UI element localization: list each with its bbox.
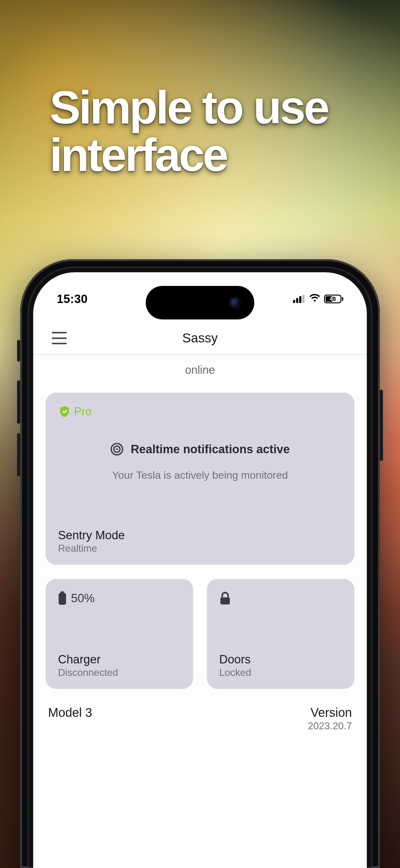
vehicle-info-row: Model 3 Version 2023.20.7 [45, 706, 355, 732]
lock-icon [219, 591, 231, 606]
charger-card-subtitle: Disconnected [58, 667, 118, 678]
phone-side-button [17, 380, 20, 424]
shield-check-icon [58, 405, 71, 418]
sentry-card-title: Sentry Mode [58, 529, 125, 542]
marketing-headline: Simple to use interface [49, 84, 328, 179]
battery-icon [58, 591, 67, 605]
vehicle-status-text: online [45, 364, 355, 377]
doors-card-title: Doors [219, 653, 251, 666]
phone-side-button [17, 433, 20, 476]
pro-label: Pro [74, 405, 92, 418]
sentry-subline: Your Tesla is actively being monitored [45, 469, 355, 481]
phone-side-button [17, 340, 20, 362]
vehicle-model: Model 3 [48, 706, 92, 732]
app-screen: 15:30 48 Sassy [33, 272, 367, 868]
sentry-card-subtitle: Realtime [58, 542, 125, 554]
divider [33, 354, 367, 355]
sentry-headline: Realtime notifications active [131, 443, 290, 456]
status-bar: 15:30 48 [33, 290, 367, 308]
doors-card-subtitle: Locked [219, 667, 251, 678]
charger-card[interactable]: 50% Charger Disconnected [45, 579, 193, 689]
version-value: 2023.20.7 [308, 720, 352, 732]
svg-rect-4 [59, 593, 66, 605]
charger-card-title: Charger [58, 653, 118, 666]
svg-point-2 [116, 448, 118, 450]
status-time: 15:30 [57, 292, 88, 306]
battery-percent: 50% [71, 592, 95, 605]
cellular-signal-icon [293, 295, 305, 303]
wifi-icon [309, 294, 320, 304]
sentry-mode-card[interactable]: Pro Realtime notifications active [45, 393, 355, 565]
app-title: Sassy [182, 331, 218, 345]
target-icon [110, 442, 124, 456]
battery-indicator: 48 [324, 294, 343, 303]
hamburger-menu-icon[interactable] [52, 332, 67, 344]
phone-side-button [380, 390, 383, 461]
nav-bar: Sassy [33, 322, 367, 354]
phone-frame: 15:30 48 Sassy [20, 259, 380, 868]
pro-badge: Pro [58, 405, 342, 418]
svg-rect-5 [221, 597, 230, 604]
version-label: Version [308, 706, 352, 720]
doors-card[interactable]: Doors Locked [207, 579, 355, 689]
